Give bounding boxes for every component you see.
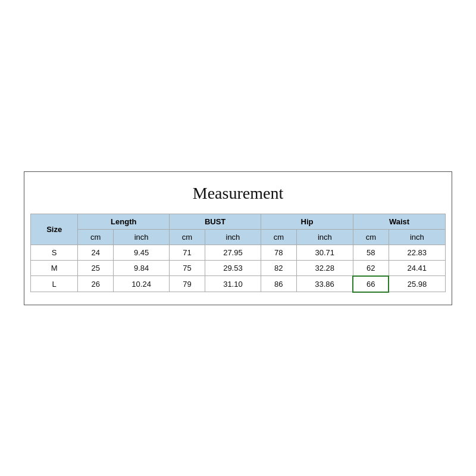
bust-inch-cell: 27.95 — [205, 245, 261, 260]
bust-cm-cell: 71 — [170, 245, 205, 260]
bust-inch-header: inch — [205, 229, 261, 245]
hip-cm-cell: 82 — [261, 260, 297, 276]
waist-inch-cell: 24.41 — [389, 260, 445, 276]
hip-inch-cell: 33.86 — [296, 276, 353, 292]
size-header: Size — [31, 214, 78, 245]
waist-inch-header: inch — [389, 229, 445, 245]
waist-cm-cell: 62 — [353, 260, 389, 276]
bust-cm-cell: 79 — [170, 276, 205, 292]
length-cm-cell: 25 — [78, 260, 114, 276]
waist-cm-cell: 66 — [353, 276, 389, 292]
length-inch-cell: 10.24 — [114, 276, 170, 292]
bust-inch-cell: 29.53 — [205, 260, 261, 276]
header-row-2: cm inch cm inch cm inch cm inch — [31, 229, 446, 245]
hip-inch-cell: 30.71 — [296, 245, 353, 260]
length-cm-cell: 26 — [78, 276, 114, 292]
hip-inch-cell: 32.28 — [296, 260, 353, 276]
length-inch-cell: 9.84 — [114, 260, 170, 276]
length-cm-header: cm — [78, 229, 114, 245]
measurement-container: Measurement Size Length BUST Hip Waist c… — [24, 171, 452, 305]
bust-cm-header: cm — [170, 229, 205, 245]
hip-cm-header: cm — [261, 229, 297, 245]
bust-header: BUST — [170, 214, 261, 229]
table-title: Measurement — [30, 184, 446, 203]
length-cm-cell: 24 — [78, 245, 114, 260]
waist-cm-cell: 58 — [353, 245, 389, 260]
waist-cm-header: cm — [353, 229, 389, 245]
size-cell: S — [31, 245, 78, 260]
hip-header: Hip — [261, 214, 353, 229]
length-inch-header: inch — [114, 229, 170, 245]
bust-cm-cell: 75 — [170, 260, 205, 276]
table-row: L2610.247931.108633.866625.98 — [31, 276, 446, 292]
hip-cm-cell: 86 — [261, 276, 297, 292]
waist-inch-cell: 22.83 — [389, 245, 445, 260]
length-inch-cell: 9.45 — [114, 245, 170, 260]
waist-header: Waist — [353, 214, 445, 229]
length-header: Length — [78, 214, 170, 229]
measurement-table: Size Length BUST Hip Waist cm inch cm in… — [30, 214, 446, 293]
waist-inch-cell: 25.98 — [389, 276, 445, 292]
bust-inch-cell: 31.10 — [205, 276, 261, 292]
size-cell: M — [31, 260, 78, 276]
size-cell: L — [31, 276, 78, 292]
hip-inch-header: inch — [296, 229, 353, 245]
hip-cm-cell: 78 — [261, 245, 297, 260]
header-row-1: Size Length BUST Hip Waist — [31, 214, 446, 229]
table-row: S249.457127.957830.715822.83 — [31, 245, 446, 260]
table-row: M259.847529.538232.286224.41 — [31, 260, 446, 276]
